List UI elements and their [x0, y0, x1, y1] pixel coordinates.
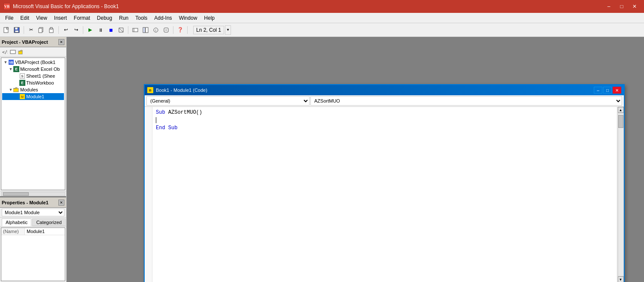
code-editor-area: Sub AZSortMUO() End Sub ▲ ▼ [145, 107, 624, 282]
props-row-name: (Name) Module1 [1, 228, 65, 235]
menu-debug[interactable]: Debug [94, 13, 115, 23]
toolbar-btn-stop[interactable]: ⏹ [106, 25, 115, 35]
tree-item-sheet1[interactable]: ▶ S Sheet1 (Shee [2, 73, 64, 79]
toolbar-btn-copy[interactable] [36, 25, 46, 35]
maximize-button[interactable]: □ [616, 2, 628, 11]
code-window-title: Book1 - Module1 (Code) [156, 88, 207, 93]
menu-insert[interactable]: Insert [51, 13, 70, 23]
expand-root: ▼ [3, 60, 8, 65]
toolbar-btn-pause[interactable]: ⏸ [96, 25, 105, 35]
tree-item-module1[interactable]: ▶ M Module1 [2, 93, 64, 100]
props-cell-name-label: (Name) [1, 228, 25, 235]
tree-label-thisworkbook: ThisWorkboo [26, 80, 54, 85]
toolbar-sep-5 [173, 26, 173, 34]
icon-thisworkbook: E [19, 80, 25, 86]
code-close-button[interactable]: ✕ [613, 87, 621, 94]
code-scroll-up[interactable]: ▲ [618, 107, 624, 113]
project-scrollthumb-h [3, 192, 29, 196]
props-cell-name-value[interactable]: Module1 [25, 228, 65, 235]
project-panel-close[interactable]: ✕ [58, 39, 64, 45]
svg-rect-4 [15, 30, 18, 32]
project-view-object[interactable] [9, 48, 17, 56]
code-line-3: End Sub [156, 124, 614, 132]
menu-addins[interactable]: Add-Ins [151, 13, 175, 23]
toolbar-btn-save[interactable] [12, 25, 21, 35]
svg-text:</>: </> [2, 50, 8, 55]
code-maximize-button[interactable]: □ [603, 87, 612, 94]
props-tab-alphabetic[interactable]: Alphabetic [2, 218, 31, 226]
toolbar-btn-run[interactable]: ▶ [85, 25, 95, 35]
icon-vbaproject: VB [8, 59, 14, 65]
toolbar-status: Ln 2, Col 1 [193, 26, 224, 34]
props-tab-categorized[interactable]: Categorized [32, 218, 65, 226]
toolbar-sep-1 [24, 26, 24, 34]
title-bar-left: VB Microsoft Visual Basic for Applicatio… [3, 3, 119, 10]
svg-rect-3 [15, 27, 18, 30]
svg-rect-6 [39, 28, 42, 33]
text-cursor [156, 117, 156, 123]
tree-label-module1: Module1 [26, 94, 44, 99]
menu-format[interactable]: Format [70, 13, 94, 23]
toolbar-btn-paste[interactable] [47, 25, 56, 35]
toolbar-btn-design[interactable] [131, 25, 140, 35]
tree-item-thisworkbook[interactable]: ▶ E ThisWorkboo [2, 79, 64, 86]
left-panel: Project - VBAProject ✕ </> ▼ [0, 37, 67, 282]
tree-label-modules: Modules [20, 87, 38, 92]
menu-bar: File Edit View Insert Format Debug Run T… [0, 13, 644, 23]
close-button[interactable]: ✕ [629, 2, 641, 11]
code-gutter [145, 107, 152, 282]
toolbar-btn-undo[interactable]: ↩ [61, 25, 70, 35]
toolbar-sep-4 [128, 26, 128, 34]
props-object-select[interactable]: Module1 Module [2, 209, 64, 216]
code-content-area[interactable]: Sub AZSortMUO() End Sub [152, 107, 617, 282]
project-scrolltrack-h[interactable] [1, 192, 65, 196]
menu-edit[interactable]: Edit [17, 13, 33, 23]
menu-run[interactable]: Run [115, 13, 132, 23]
tree-item-exclobjects[interactable]: ▼ E Microsoft Excel Ob [2, 66, 64, 73]
main-layout: Project - VBAProject ✕ </> ▼ [0, 37, 644, 282]
code-minimize-button[interactable]: – [594, 87, 602, 94]
toolbar-btn-cut[interactable]: ✂ [26, 25, 36, 35]
toolbar-btn-objectbrowser[interactable] [161, 25, 171, 35]
toolbar-dropdown-arrow[interactable]: ▼ [225, 25, 231, 35]
props-tabs: Alphabetic Categorized [0, 218, 66, 227]
minimize-button[interactable]: – [603, 2, 615, 11]
properties-panel-title: Properties - Module1 [2, 200, 49, 205]
tree-item-root[interactable]: ▼ VB VBAProject (Book1 [2, 59, 64, 66]
toolbar-btn-redo[interactable]: ↪ [71, 25, 81, 35]
properties-panel-close[interactable]: ✕ [58, 200, 64, 206]
props-selector-row: Module1 Module [0, 208, 66, 218]
toolbar-btn-new[interactable] [2, 25, 11, 35]
menu-file[interactable]: File [2, 13, 17, 23]
project-toggle-folders[interactable] [17, 48, 25, 56]
toolbar-btn-help[interactable]: ❓ [176, 25, 185, 35]
tree-item-modules[interactable]: ▼ Modules [2, 86, 64, 93]
menu-view[interactable]: View [33, 13, 51, 23]
code-scroll-down[interactable]: ▼ [618, 276, 624, 282]
code-object-dropdown[interactable]: (General) [146, 96, 310, 106]
code-title-left: B Book1 - Module1 (Code) [147, 87, 207, 93]
properties-panel-header: Properties - Module1 ✕ [0, 197, 66, 208]
code-window-icon: B [147, 87, 153, 93]
project-scrollbar-h [0, 191, 66, 196]
toolbar-btn-reset[interactable] [116, 25, 126, 35]
toolbar: ✂ ↩ ↪ ▶ ⏸ ⏹ i ❓ Ln 2, Col 1 ▼ [0, 23, 644, 37]
menu-window[interactable]: Window [176, 13, 201, 23]
menu-tools[interactable]: Tools [132, 13, 151, 23]
menu-help[interactable]: Help [200, 13, 218, 23]
project-panel-title: Project - VBAProject [2, 39, 48, 45]
code-scroll-track-v[interactable] [618, 113, 624, 276]
code-procedure-dropdown[interactable]: AZSortMUO [310, 96, 622, 106]
svg-marker-22 [18, 50, 22, 51]
svg-rect-21 [18, 51, 22, 54]
code-scrollbar-v: ▲ ▼ [617, 107, 624, 282]
project-view-code[interactable]: </> [1, 48, 9, 56]
toolbar-btn-properties[interactable]: i [151, 25, 161, 35]
workspace-area: B Book1 - Module1 (Code) – □ ✕ (General)… [67, 37, 644, 282]
toolbar-btn-projectexplorer[interactable] [141, 25, 150, 35]
properties-panel: Properties - Module1 ✕ Module1 Module Al… [0, 196, 66, 282]
project-tree: ▼ VB VBAProject (Book1 ▼ E Microsoft Exc… [1, 58, 65, 190]
toolbar-sep-6 [187, 26, 188, 34]
icon-sheet1: S [19, 73, 25, 79]
props-table-container: (Name) Module1 [1, 227, 65, 281]
